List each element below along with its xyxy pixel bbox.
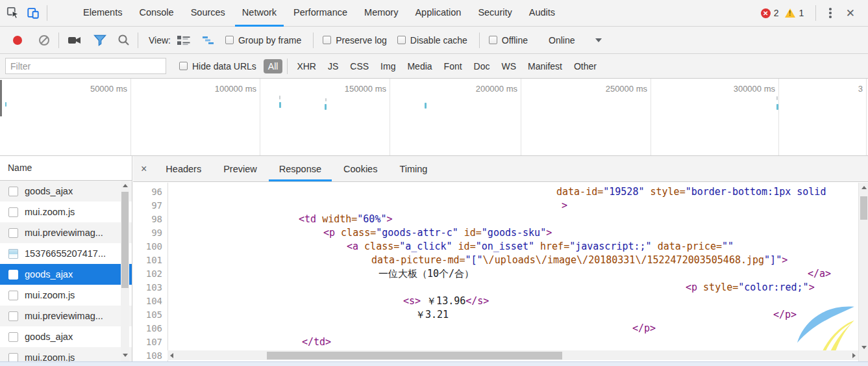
tab-console[interactable]: Console: [130, 0, 182, 27]
inspect-element-icon[interactable]: [6, 7, 19, 20]
detail-tab-timing[interactable]: Timing: [388, 157, 438, 181]
type-filter-all[interactable]: All: [264, 59, 283, 73]
document-file-icon: [8, 207, 18, 217]
detail-tab-cookies[interactable]: Cookies: [332, 157, 388, 181]
tab-performance[interactable]: Performance: [285, 0, 356, 27]
scroll-right-icon[interactable]: [852, 353, 856, 358]
line-number: 106: [133, 322, 162, 335]
type-filter-other[interactable]: Other: [569, 60, 601, 73]
resource-type-filters: AllXHRJSCSSImgMediaFontDocWSManifestOthe…: [262, 59, 602, 74]
request-row-mui-zoom-js[interactable]: mui.zoom.js: [0, 347, 132, 361]
response-code-view[interactable]: 96data-id="19528" style="border-bottom:1…: [133, 183, 868, 361]
syntax-tag: </s>: [465, 295, 489, 307]
sidebar-scrollbar[interactable]: [121, 181, 129, 361]
scroll-left-icon[interactable]: [170, 353, 173, 358]
image-file-icon: [8, 249, 18, 259]
waterfall-icon[interactable]: [202, 35, 215, 46]
line-number: 97: [133, 199, 162, 213]
tab-application[interactable]: Application: [406, 0, 469, 27]
tab-elements[interactable]: Elements: [75, 0, 130, 27]
type-filter-xhr[interactable]: XHR: [292, 60, 321, 73]
type-filter-ws[interactable]: WS: [497, 60, 521, 73]
disable-cache-checkbox[interactable]: Disable cache: [397, 35, 467, 46]
line-number: 101: [133, 254, 162, 267]
syntax-attr-value: "border-bottom:1px solid: [686, 186, 826, 198]
error-count[interactable]: 2: [774, 8, 779, 18]
request-row-mui-zoom-js[interactable]: mui.zoom.js: [0, 285, 132, 306]
code-horizontal-scrollbar[interactable]: [167, 350, 858, 360]
type-filter-manifest[interactable]: Manifest: [523, 60, 567, 73]
close-details-icon[interactable]: ×: [133, 163, 155, 175]
document-file-icon: [8, 291, 18, 300]
scroll-up-icon[interactable]: [123, 184, 128, 187]
line-number: 103: [133, 281, 162, 294]
divider: [47, 5, 47, 21]
record-button[interactable]: [13, 36, 22, 45]
request-row-goods-ajax[interactable]: goods_ajax: [0, 264, 132, 285]
detail-tab-response[interactable]: Response: [268, 157, 332, 181]
chevron-down-icon[interactable]: [595, 38, 602, 42]
timeline-tick-label: 150000 ms: [282, 84, 386, 94]
detail-tab-headers[interactable]: Headers: [155, 157, 212, 181]
scroll-down-icon[interactable]: [123, 354, 128, 357]
hide-data-urls-checkbox[interactable]: Hide data URLs: [179, 61, 256, 72]
type-filter-img[interactable]: Img: [376, 60, 400, 73]
divider: [815, 5, 816, 21]
request-row-goods-ajax[interactable]: goods_ajax: [0, 181, 132, 202]
request-row-15376655207417[interactable]: 15376655207417...: [0, 243, 132, 264]
timeline-tick-label: 100000 ms: [153, 84, 256, 94]
offline-checkbox[interactable]: Offline: [489, 35, 528, 46]
device-toolbar-icon[interactable]: [27, 7, 40, 20]
screenshot-camera-icon[interactable]: [68, 35, 82, 46]
checkbox-icon[interactable]: [179, 62, 188, 70]
scroll-up-icon[interactable]: [862, 186, 867, 189]
menu-icon[interactable]: [821, 8, 839, 18]
tab-sources[interactable]: Sources: [182, 0, 234, 27]
tab-audits[interactable]: Audits: [521, 0, 564, 27]
syntax-tag: <a: [347, 241, 358, 252]
filter-icon[interactable]: [93, 34, 106, 46]
close-icon[interactable]: ✕: [839, 7, 862, 20]
space: [335, 227, 341, 239]
scroll-down-icon[interactable]: [862, 346, 867, 349]
search-icon[interactable]: [118, 34, 130, 46]
checkbox-icon[interactable]: [225, 36, 234, 44]
request-row-goods-ajax[interactable]: goods_ajax: [0, 326, 132, 347]
error-icon[interactable]: ✕: [761, 8, 771, 18]
timeline-overview[interactable]: 50000 ms100000 ms150000 ms200000 ms25000…: [0, 79, 868, 156]
name-column-header[interactable]: Name: [0, 156, 132, 181]
syntax-attr-name: class=: [364, 241, 399, 252]
request-row-mui-previewimag[interactable]: mui.previewimag...: [0, 222, 132, 243]
warning-count[interactable]: 1: [799, 8, 804, 18]
checkbox-icon[interactable]: [489, 36, 497, 44]
code-vertical-scrollbar[interactable]: [858, 183, 868, 361]
warning-icon[interactable]: !: [785, 8, 795, 18]
detail-tab-preview[interactable]: Preview: [212, 157, 268, 181]
offline-label: Offline: [502, 35, 528, 46]
group-by-frame-checkbox[interactable]: Group by frame: [225, 35, 301, 46]
type-filter-font[interactable]: Font: [440, 60, 467, 73]
checkbox-icon[interactable]: [323, 36, 331, 44]
tab-memory[interactable]: Memory: [356, 0, 406, 27]
tab-security[interactable]: Security: [469, 0, 520, 27]
scrollbar-thumb[interactable]: [267, 352, 562, 359]
throttling-select[interactable]: Online: [549, 35, 575, 46]
request-row-mui-zoom-js[interactable]: mui.zoom.js: [0, 202, 132, 222]
request-name: mui.zoom.js: [25, 207, 75, 217]
checkbox-icon[interactable]: [397, 36, 406, 44]
clear-icon[interactable]: [38, 34, 50, 46]
request-activity-mark: [5, 102, 6, 107]
request-row-mui-previewimag[interactable]: mui.previewimag...: [0, 306, 132, 326]
tab-network[interactable]: Network: [234, 0, 285, 27]
list-view-icon[interactable]: [177, 35, 190, 46]
type-filter-css[interactable]: CSS: [345, 60, 373, 73]
scrollbar-thumb[interactable]: [121, 192, 129, 288]
filter-input[interactable]: [5, 58, 166, 74]
preserve-log-checkbox[interactable]: Preserve log: [323, 35, 387, 46]
syntax-tag: >: [809, 281, 815, 293]
network-toolbar: View: Group by framePreserve logDisable …: [0, 27, 868, 54]
type-filter-media[interactable]: Media: [403, 60, 436, 73]
type-filter-js[interactable]: JS: [323, 60, 343, 73]
scrollbar-thumb[interactable]: [860, 196, 867, 220]
type-filter-doc[interactable]: Doc: [469, 60, 495, 73]
